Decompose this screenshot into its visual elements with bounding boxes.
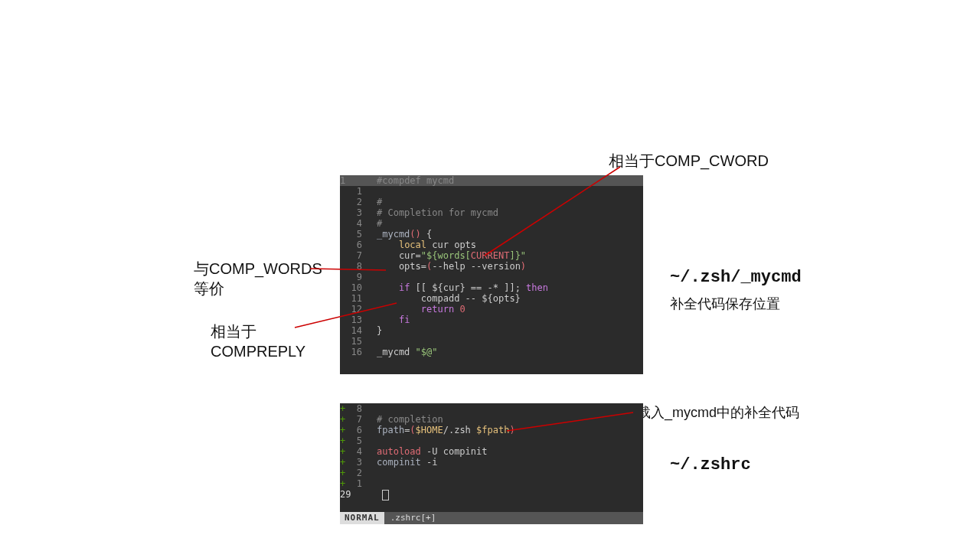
code-line: + 5	[340, 435, 643, 446]
t: return	[421, 304, 454, 315]
vim-filename: .zshrc[+]	[384, 513, 443, 523]
code-line: 29	[340, 489, 643, 500]
code-line: 14 }	[340, 325, 643, 336]
t: local	[399, 240, 426, 250]
t: ]}"	[509, 250, 526, 261]
code-line: 8 opts=(--help --version)	[340, 261, 643, 272]
editor-mycmd: 1 #compdef mycmd 1 2 # 3 # Completion fo…	[340, 175, 643, 374]
annot-compreply: 相当于 COMPREPLY	[211, 321, 305, 361]
t: then	[526, 282, 548, 293]
code-line: + 1	[340, 478, 643, 489]
code-line: + 6 fpath=($HOME/.zsh $fpath)	[340, 425, 643, 435]
code-line: 1	[340, 186, 643, 197]
t: )	[509, 425, 514, 435]
code-line: 11 compadd -- ${opts}	[340, 293, 643, 304]
t: #	[377, 218, 382, 229]
t: "${	[421, 250, 438, 261]
t: /.zsh	[443, 425, 476, 435]
t: 0	[454, 304, 465, 315]
cursor-icon	[382, 490, 389, 500]
t: cur=	[377, 250, 421, 261]
cursor-lineno: 29	[340, 489, 377, 500]
vim-statusbar: NORMAL .zshrc[+]	[340, 512, 643, 524]
t: [	[466, 250, 471, 261]
t: --help --version	[432, 261, 521, 272]
annot-load-note: 载入_mycmd中的补全代码	[637, 404, 799, 422]
annot-compreply-l2: COMPREPLY	[211, 343, 305, 360]
slide-root: 相当于COMP_CWORD 与COMP_WORDS 等价 相当于 COMPREP…	[0, 0, 980, 551]
t: opts=	[377, 261, 426, 272]
code-line: 7 cur="${words[CURRENT]}"	[340, 250, 643, 261]
path-zshrc: ~/.zshrc	[670, 455, 751, 474]
code-line: + 7 # completion	[340, 414, 643, 425]
t: if	[399, 282, 410, 293]
code-line: 15	[340, 336, 643, 347]
code-line: + 4 autoload -U compinit	[340, 446, 643, 457]
t: {	[421, 229, 432, 240]
t: compinit	[377, 457, 421, 468]
t: compadd -- ${opts}	[377, 293, 521, 304]
t: # Completion for mycmd	[377, 207, 498, 218]
t: -U compinit	[421, 446, 488, 457]
t: CURRENT	[471, 250, 510, 261]
t: -i	[421, 457, 438, 468]
editor-zshrc: + 8 + 7 # completion + 6 fpath=($HOME/.z…	[340, 403, 643, 524]
code-line: 16 _mycmd "$@"	[340, 347, 643, 357]
path-mycmd: ~/.zsh/_mycmd	[670, 268, 802, 287]
annot-comp-words-l1: 与COMP_WORDS	[194, 260, 322, 277]
code-line: 1 #compdef mycmd	[340, 175, 643, 186]
annot-comp-words-l2: 等价	[194, 280, 224, 297]
t: }	[377, 325, 382, 336]
t: words	[437, 250, 465, 261]
code-line: 2 #	[340, 197, 643, 207]
annot-comp-words: 与COMP_WORDS 等价	[194, 259, 322, 298]
t: fpath	[377, 425, 404, 435]
t: _mycmd	[377, 229, 410, 240]
path-mycmd-note: 补全代码保存位置	[670, 295, 780, 313]
t: $HOME	[416, 425, 443, 435]
code-line: 12 return 0	[340, 304, 643, 315]
annot-compreply-l1: 相当于	[211, 323, 256, 340]
code-line: 9	[340, 272, 643, 282]
code-line: 6 local cur opts	[340, 240, 643, 250]
t: (	[410, 425, 415, 435]
t: ()	[410, 229, 420, 240]
t: # completion	[377, 414, 443, 425]
code-line: + 2	[340, 468, 643, 478]
code-line: 10 if [[ ${cur} == -* ]]; then	[340, 282, 643, 293]
code-line: + 8	[340, 403, 643, 414]
code-line: 4 #	[340, 218, 643, 229]
t: compdef mycmd	[382, 175, 454, 186]
t: [[ ${cur} == -* ]];	[410, 282, 526, 293]
t: "$@"	[416, 347, 438, 357]
t: _mycmd	[377, 347, 416, 357]
code-line: 3 # Completion for mycmd	[340, 207, 643, 218]
code-line: 13 fi	[340, 315, 643, 325]
t: $fpath	[476, 425, 509, 435]
t: fi	[399, 315, 410, 325]
code-line: 5 _mycmd() {	[340, 229, 643, 240]
t: #	[377, 197, 382, 207]
t: cur opts	[426, 240, 476, 250]
annot-comp-cword: 相当于COMP_CWORD	[609, 151, 769, 171]
t: autoload	[377, 446, 421, 457]
vim-mode: NORMAL	[340, 512, 384, 524]
t: )	[521, 261, 526, 272]
code-line: + 3 compinit -i	[340, 457, 643, 468]
